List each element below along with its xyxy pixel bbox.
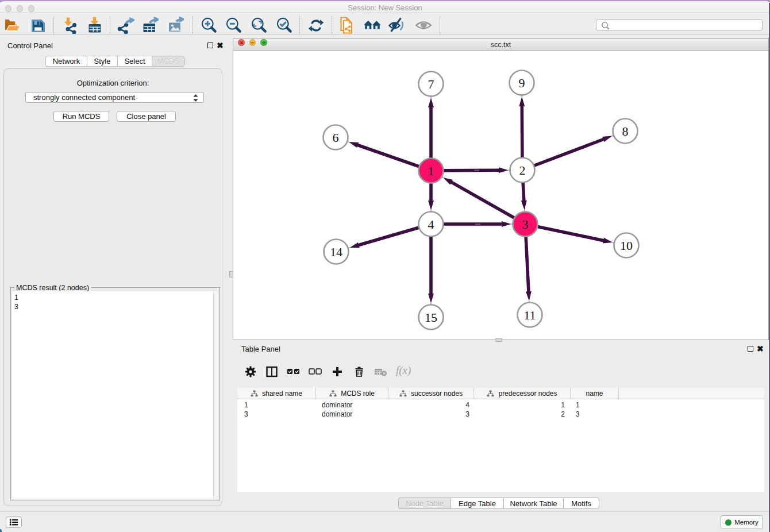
svg-text:4: 4 — [428, 217, 434, 232]
svg-text:15: 15 — [425, 310, 437, 325]
svg-text:10: 10 — [620, 238, 633, 253]
svg-text:8: 8 — [622, 124, 629, 138]
svg-text:3: 3 — [522, 217, 529, 232]
svg-text:11: 11 — [523, 308, 536, 322]
svg-text:1: 1 — [428, 164, 434, 178]
svg-text:14: 14 — [330, 245, 342, 259]
svg-text:6: 6 — [333, 130, 339, 145]
svg-text:2: 2 — [519, 163, 526, 178]
svg-text:7: 7 — [428, 77, 434, 91]
svg-text:9: 9 — [519, 76, 525, 90]
